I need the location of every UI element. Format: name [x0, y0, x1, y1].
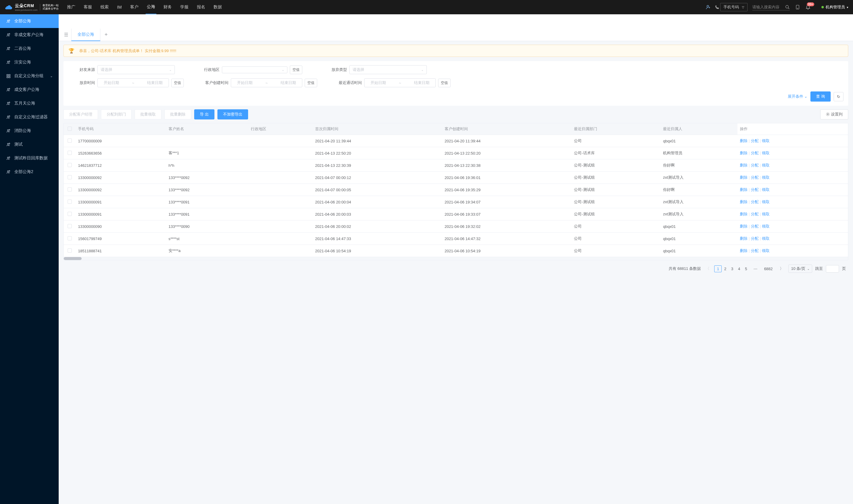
- page-number-button[interactable]: 3: [729, 266, 736, 272]
- claim-link[interactable]: 领取: [762, 200, 769, 204]
- null-button[interactable]: 空值: [305, 79, 317, 87]
- claim-link[interactable]: 领取: [762, 163, 769, 167]
- admin-region-select[interactable]: ⌄: [222, 67, 287, 73]
- row-checkbox[interactable]: [68, 175, 72, 179]
- page-number-button[interactable]: 2: [722, 266, 728, 272]
- expand-filters-link[interactable]: 展开条件 ⌄: [788, 94, 808, 99]
- claim-link[interactable]: 领取: [762, 175, 769, 180]
- sidebar-item[interactable]: 全部公海2: [0, 165, 59, 179]
- collapse-menu-icon[interactable]: ☰: [61, 32, 71, 38]
- nav-item[interactable]: 客户: [129, 0, 140, 14]
- row-checkbox[interactable]: [68, 187, 72, 192]
- sidebar-item[interactable]: 消防公海: [0, 124, 59, 138]
- refresh-button[interactable]: ↻: [834, 92, 843, 101]
- batch-claim-button[interactable]: 批量领取: [134, 109, 161, 120]
- claim-link[interactable]: 领取: [762, 187, 769, 192]
- abandon-type-select[interactable]: 请选择⌄: [349, 65, 427, 74]
- page-number-button[interactable]: 5: [743, 266, 749, 272]
- batch-delete-button[interactable]: 批量删除: [164, 109, 191, 120]
- assign-link[interactable]: 分配: [751, 200, 759, 204]
- friend-source-select[interactable]: 请选择⌄: [97, 65, 175, 74]
- row-checkbox[interactable]: [68, 236, 72, 240]
- sidebar-item[interactable]: 二咨公海: [0, 42, 59, 55]
- notifications-button[interactable]: 99+: [805, 4, 811, 11]
- export-plain-button[interactable]: 不加密导出: [217, 109, 248, 120]
- assign-link[interactable]: 分配: [751, 163, 759, 167]
- assign-dept-button[interactable]: 分配到部门: [101, 109, 132, 120]
- delete-link[interactable]: 删除: [740, 212, 748, 216]
- search-icon[interactable]: [785, 5, 790, 10]
- assign-link[interactable]: 分配: [751, 139, 759, 143]
- claim-link[interactable]: 领取: [762, 151, 769, 155]
- page-number-button[interactable]: 4: [736, 266, 743, 272]
- assign-link[interactable]: 分配: [751, 212, 759, 216]
- assign-link[interactable]: 分配: [751, 187, 759, 192]
- nav-item[interactable]: 财务: [162, 0, 173, 14]
- assign-link[interactable]: 分配: [751, 224, 759, 229]
- page-number-button[interactable]: 1: [714, 265, 722, 272]
- nav-item[interactable]: 公海: [146, 0, 156, 14]
- tab-all-public[interactable]: 全部公海: [71, 29, 101, 41]
- export-button[interactable]: 导 出: [194, 109, 215, 120]
- add-user-icon[interactable]: [705, 4, 711, 10]
- scrollbar-thumb[interactable]: [64, 257, 81, 260]
- nav-item[interactable]: 学服: [179, 0, 190, 14]
- abandon-time-range[interactable]: 开始日期~结束日期: [97, 78, 169, 87]
- nav-item[interactable]: 线索: [99, 0, 110, 14]
- delete-link[interactable]: 删除: [740, 139, 748, 143]
- nav-item[interactable]: 推广: [66, 0, 76, 14]
- null-button[interactable]: 空值: [171, 79, 184, 87]
- claim-link[interactable]: 领取: [762, 248, 769, 253]
- delete-link[interactable]: 删除: [740, 175, 748, 180]
- row-checkbox[interactable]: [68, 212, 72, 216]
- jump-page-input[interactable]: [826, 265, 839, 273]
- delete-link[interactable]: 删除: [740, 187, 748, 192]
- row-checkbox[interactable]: [68, 248, 72, 253]
- phone-icon[interactable]: [714, 4, 720, 10]
- sidebar-item[interactable]: 测试昨日回库数据: [0, 151, 59, 165]
- sidebar-item[interactable]: 测试: [0, 138, 59, 151]
- delete-link[interactable]: 删除: [740, 163, 748, 167]
- claim-link[interactable]: 领取: [762, 139, 769, 143]
- null-button[interactable]: 空值: [290, 66, 302, 74]
- sidebar-item[interactable]: 五月天公海: [0, 96, 59, 110]
- last-call-range[interactable]: 开始日期~结束日期: [364, 78, 436, 87]
- logo[interactable]: 云朵CRM www.yunduocrm.com 教育机构一站 式服务云平台: [5, 3, 59, 11]
- delete-link[interactable]: 删除: [740, 200, 748, 204]
- row-checkbox[interactable]: [68, 139, 72, 143]
- add-tab-icon[interactable]: +: [101, 32, 112, 38]
- horizontal-scrollbar[interactable]: [64, 257, 848, 260]
- row-checkbox[interactable]: [68, 151, 72, 155]
- delete-link[interactable]: 删除: [740, 224, 748, 229]
- search-input[interactable]: [752, 5, 785, 9]
- next-page-button[interactable]: 〉: [778, 266, 785, 271]
- sidebar-item[interactable]: 全部公海: [0, 14, 59, 28]
- delete-link[interactable]: 删除: [740, 248, 748, 253]
- prev-page-button[interactable]: 〈: [704, 266, 711, 271]
- user-menu[interactable]: 机构管理员 ▾: [821, 4, 848, 10]
- nav-item[interactable]: IM: [116, 0, 123, 14]
- select-all-checkbox[interactable]: [68, 127, 72, 131]
- delete-link[interactable]: 删除: [740, 236, 748, 241]
- sidebar-item[interactable]: 成交客户公海: [0, 83, 59, 96]
- assign-manager-button[interactable]: 分配客户经理: [63, 109, 98, 120]
- nav-item[interactable]: 报名: [196, 0, 206, 14]
- sidebar-item[interactable]: 自定义公海过滤器: [0, 110, 59, 124]
- last-page-button[interactable]: 6882: [762, 266, 775, 272]
- row-checkbox[interactable]: [68, 200, 72, 204]
- search-type-select[interactable]: 手机号码▽: [720, 3, 748, 11]
- sidebar-item[interactable]: 非成交客户公海: [0, 28, 59, 42]
- create-time-range[interactable]: 开始日期~结束日期: [231, 78, 302, 87]
- delete-link[interactable]: 删除: [740, 151, 748, 155]
- claim-link[interactable]: 领取: [762, 212, 769, 216]
- claim-link[interactable]: 领取: [762, 224, 769, 229]
- row-checkbox[interactable]: [68, 224, 72, 228]
- assign-link[interactable]: 分配: [751, 236, 759, 241]
- assign-link[interactable]: 分配: [751, 175, 759, 180]
- tablet-icon[interactable]: [795, 4, 801, 10]
- null-button[interactable]: 空值: [438, 79, 451, 87]
- assign-link[interactable]: 分配: [751, 248, 759, 253]
- assign-link[interactable]: 分配: [751, 151, 759, 155]
- page-size-select[interactable]: 10 条/页⌄: [788, 265, 812, 273]
- row-checkbox[interactable]: [68, 163, 72, 167]
